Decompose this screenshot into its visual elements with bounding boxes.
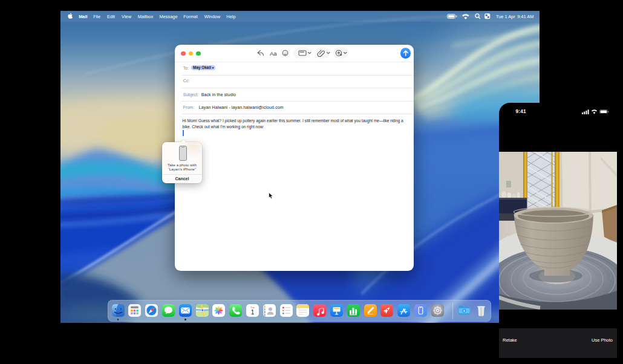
svg-text:1: 1 [251, 309, 255, 316]
svg-text:Aa: Aa [270, 50, 277, 57]
